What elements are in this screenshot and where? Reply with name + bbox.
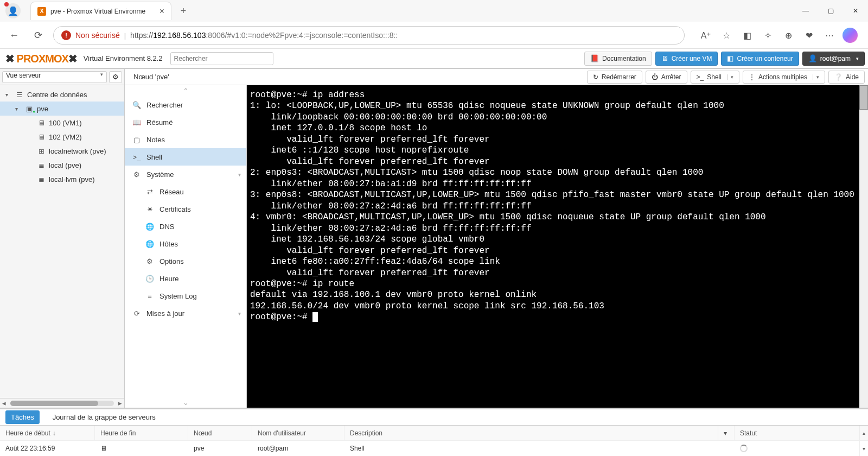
address-bar[interactable]: ! Non sécurisé | https://192.168.56.103:… bbox=[53, 26, 685, 45]
tree-toolbar: Vue serveur▾ ⚙ bbox=[0, 69, 124, 85]
new-tab-button[interactable]: + bbox=[176, 3, 191, 18]
shutdown-button[interactable]: ⏻Arrêter bbox=[646, 71, 687, 84]
help-button[interactable]: ❔Aide bbox=[828, 71, 865, 84]
console-scrollbar[interactable] bbox=[859, 85, 868, 408]
profile-avatar[interactable]: 👤 bbox=[5, 3, 21, 18]
nav-item-r-seau[interactable]: ⇄Réseau bbox=[125, 183, 246, 200]
nav-item-h-tes[interactable]: 🌐Hôtes bbox=[125, 235, 246, 252]
nav-item-dns[interactable]: 🌐DNS bbox=[125, 218, 246, 235]
nav-icon: ⇄ bbox=[145, 188, 154, 196]
user-menu-button[interactable]: 👤root@pam▾ bbox=[802, 52, 865, 66]
tree-item-102-vm2-[interactable]: 🖥102 (VM2) bbox=[0, 130, 124, 144]
help-label: Aide bbox=[846, 73, 859, 81]
nav-icon: ⟳ bbox=[132, 309, 141, 318]
chevron-down-icon[interactable]: ▾ bbox=[813, 74, 819, 80]
close-tab-icon[interactable]: × bbox=[159, 7, 164, 16]
nav-item-shell[interactable]: >_Shell bbox=[125, 148, 246, 166]
chevron-down-icon[interactable]: ▾ bbox=[727, 74, 733, 80]
cell-status bbox=[735, 441, 859, 456]
col-status[interactable]: Statut bbox=[735, 426, 859, 440]
nav-item-syst-me[interactable]: ⚙Système▾ bbox=[125, 166, 246, 183]
proxmox-favicon: X bbox=[37, 7, 46, 16]
tree-settings-button[interactable]: ⚙ bbox=[109, 71, 122, 83]
node-icon: ▣ bbox=[25, 105, 34, 113]
content-panel: root@pve:~# ip address 1: lo: <LOOPBACK,… bbox=[247, 85, 868, 408]
refresh-button[interactable]: ⟳ bbox=[29, 27, 47, 44]
close-window-button[interactable]: ✕ bbox=[843, 0, 868, 22]
nav-item-options[interactable]: ⚙Options bbox=[125, 252, 246, 270]
tree-label: pve bbox=[37, 105, 48, 113]
tree-label: Centre de données bbox=[27, 91, 87, 99]
node-title: Nœud 'pve' bbox=[128, 73, 169, 81]
col-user[interactable]: Nom d'utilisateur bbox=[252, 426, 344, 440]
tree-hscrollbar[interactable]: ◂ ▸ bbox=[0, 398, 124, 408]
shield-icon[interactable]: ❤ bbox=[800, 26, 818, 45]
tree-item-localnetwork-pve-[interactable]: ⊞localnetwork (pve) bbox=[0, 144, 124, 158]
chevron-down-icon: ▾ bbox=[238, 311, 241, 316]
tab-tasks[interactable]: Tâches bbox=[5, 410, 40, 424]
split-icon[interactable]: ◧ bbox=[738, 26, 756, 45]
back-button[interactable]: ← bbox=[5, 27, 23, 44]
minimize-button[interactable]: — bbox=[793, 0, 818, 22]
tab-cluster-log[interactable]: Journal de la grappe de serveurs bbox=[47, 410, 161, 424]
maximize-button[interactable]: ▢ bbox=[818, 0, 843, 22]
cell-spacer bbox=[718, 441, 735, 456]
view-selector[interactable]: Vue serveur▾ bbox=[2, 71, 107, 83]
col-menu[interactable]: ▾ bbox=[718, 426, 735, 440]
nav-item-mises-jour[interactable]: ⟳Mises à jour▾ bbox=[125, 305, 246, 322]
resource-tree-panel: Vue serveur▾ ⚙ ▾☰Centre de données▾▣pve🖥… bbox=[0, 69, 125, 408]
shell-button[interactable]: >_Shell▾ bbox=[691, 71, 739, 84]
copilot-icon[interactable] bbox=[841, 26, 859, 45]
nav-item-notes[interactable]: ▢Notes bbox=[125, 131, 246, 148]
user-label: root@pam bbox=[820, 55, 851, 62]
network-icon: ⊞ bbox=[37, 147, 46, 155]
tree-item-100-vm1-[interactable]: 🖥100 (VM1) bbox=[0, 116, 124, 130]
collapse-up-button[interactable]: ⌃ bbox=[125, 85, 246, 96]
node-toolbar: Nœud 'pve' ↻Redémarrer ⏻Arrêter >_Shell▾… bbox=[125, 69, 868, 85]
proxmox-logo: ✖ PROXMOX✖ bbox=[5, 52, 77, 65]
nav-item-heure[interactable]: 🕒Heure bbox=[125, 270, 246, 287]
collections-icon[interactable]: ✧ bbox=[758, 26, 777, 45]
log-scroll-down[interactable]: ▾ bbox=[859, 441, 868, 456]
nav-item-system-log[interactable]: ≡System Log bbox=[125, 287, 246, 305]
col-start-time[interactable]: Heure de début↓ bbox=[0, 426, 95, 440]
col-node[interactable]: Nœud bbox=[188, 426, 252, 440]
nav-item-r-sum-[interactable]: 📖Résumé bbox=[125, 113, 246, 131]
extensions-icon[interactable]: ⊕ bbox=[779, 26, 797, 45]
nav-item-rechercher[interactable]: 🔍Rechercher bbox=[125, 96, 246, 113]
col-desc[interactable]: Description bbox=[344, 426, 718, 440]
more-icon[interactable]: ⋯ bbox=[820, 26, 839, 45]
tree-item-local-lvm-pve-[interactable]: ≣local-lvm (pve) bbox=[0, 172, 124, 186]
documentation-button[interactable]: 📕Documentation bbox=[584, 52, 652, 66]
tree-item-pve[interactable]: ▾▣pve bbox=[0, 102, 124, 116]
col-end-time[interactable]: Heure de fin bbox=[95, 426, 188, 440]
tree-item-centre-de-donn-es[interactable]: ▾☰Centre de données bbox=[0, 87, 124, 102]
collapse-down-button[interactable]: ⌄ bbox=[125, 397, 246, 408]
favorite-icon[interactable]: ☆ bbox=[717, 26, 736, 45]
user-icon: 👤 bbox=[808, 54, 817, 62]
tab-title: pve - Proxmox Virtual Environme bbox=[50, 8, 155, 15]
nav-icon: 🌐 bbox=[145, 240, 154, 248]
read-aloud-icon[interactable]: A⁺ bbox=[697, 26, 715, 45]
storage-icon: ≣ bbox=[37, 175, 46, 183]
global-search-input[interactable] bbox=[170, 52, 273, 65]
nav-icon: ⚙ bbox=[145, 257, 154, 265]
nav-icon: 🕒 bbox=[145, 275, 154, 283]
restart-button[interactable]: ↻Redémarrer bbox=[587, 71, 642, 84]
restart-icon: ↻ bbox=[593, 73, 598, 81]
nav-item-certificats[interactable]: ✷Certificats bbox=[125, 200, 246, 218]
shell-console[interactable]: root@pve:~# ip address 1: lo: <LOOPBACK,… bbox=[247, 85, 868, 408]
browser-tab[interactable]: X pve - Proxmox Virtual Environme × bbox=[30, 2, 171, 20]
create-ct-button[interactable]: ◧Créer un conteneur bbox=[721, 52, 799, 66]
task-log-panel: Tâches Journal de la grappe de serveurs … bbox=[0, 408, 868, 456]
log-scroll-up[interactable]: ▴ bbox=[859, 426, 868, 440]
nav-label: Réseau bbox=[159, 188, 184, 196]
tab-bar: 👤 X pve - Proxmox Virtual Environme × + … bbox=[0, 0, 868, 22]
security-text: Non sécurisé bbox=[75, 31, 120, 40]
bulk-actions-button[interactable]: ⋮Actions multiples▾ bbox=[743, 71, 825, 84]
task-row[interactable]: Août 22 23:16:59 🖥 pve root@pam Shell ▾ bbox=[0, 441, 868, 456]
tree-item-local-pve-[interactable]: ≣local (pve) bbox=[0, 158, 124, 172]
create-vm-button[interactable]: 🖥Créer une VM bbox=[655, 52, 718, 66]
gear-icon: ⚙ bbox=[112, 73, 119, 81]
resource-tree: ▾☰Centre de données▾▣pve🖥100 (VM1)🖥102 (… bbox=[0, 85, 124, 398]
